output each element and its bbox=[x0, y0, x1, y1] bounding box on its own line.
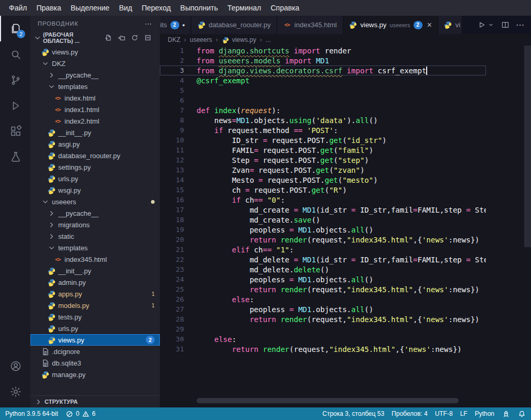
line-number[interactable]: 24 bbox=[160, 275, 184, 283]
line-number[interactable]: 20 bbox=[160, 236, 184, 244]
code-line[interactable]: 8 news=MD1.objects.using('daata').all() bbox=[160, 115, 486, 125]
code-line[interactable]: 24 peopless = MD1.objects.all() bbox=[160, 274, 486, 284]
code-line[interactable]: 29 bbox=[160, 324, 486, 334]
minimap[interactable] bbox=[486, 47, 524, 79]
status-python-interpreter[interactable]: Python 3.9.5 64-bit bbox=[5, 410, 58, 417]
line-number[interactable]: 27 bbox=[160, 305, 184, 313]
code-line[interactable]: 21 elif ch== "1": bbox=[160, 245, 486, 255]
line-number[interactable]: 13 bbox=[160, 166, 184, 174]
tree-item[interactable]: views.py2 bbox=[30, 334, 160, 346]
explorer-icon[interactable]: 2 bbox=[0, 16, 30, 41]
status-problems[interactable]: 06 bbox=[66, 410, 95, 418]
code-line[interactable]: 10 ID_str = request.POST.get("id_str") bbox=[160, 135, 486, 145]
breadcrumb-item[interactable]: useeers bbox=[190, 36, 212, 43]
tree-item[interactable]: static bbox=[30, 230, 160, 242]
tree-item[interactable]: <>index.html bbox=[30, 92, 160, 104]
status-cursor-position[interactable]: Строка 3, столбец 53 bbox=[322, 410, 384, 417]
search-icon[interactable] bbox=[0, 41, 30, 67]
line-number[interactable]: 16 bbox=[160, 196, 184, 204]
tree-item[interactable]: .dcignore bbox=[30, 346, 160, 357]
code-line[interactable]: 13 Zvan= request.POST.get("zvan") bbox=[160, 165, 486, 175]
outline-section-header[interactable]: СТРУКТУРА bbox=[30, 395, 160, 407]
code-line[interactable]: 28 return render(request,"index345.html"… bbox=[160, 314, 486, 324]
tree-item[interactable]: urls.py bbox=[30, 173, 160, 184]
menu-item[interactable]: Терминал bbox=[223, 2, 266, 14]
tree-item[interactable]: views.py bbox=[30, 46, 160, 58]
breadcrumb-item[interactable]: views.py bbox=[222, 36, 256, 44]
status-encoding[interactable]: UTF-8 bbox=[435, 410, 453, 417]
settings-icon[interactable] bbox=[0, 379, 30, 404]
menu-item[interactable]: Справка bbox=[266, 2, 304, 14]
tree-item[interactable]: DKZ bbox=[30, 58, 160, 69]
tab-iiits[interactable]: iiits2● bbox=[160, 16, 191, 34]
tree-item[interactable]: urls.py bbox=[30, 323, 160, 334]
tree-item[interactable]: wsgi.py bbox=[30, 184, 160, 196]
tree-item[interactable]: tests.py bbox=[30, 311, 160, 323]
menu-item[interactable]: Выполнить bbox=[176, 2, 223, 14]
line-number[interactable]: 12 bbox=[160, 156, 184, 164]
line-number[interactable]: 11 bbox=[160, 146, 184, 154]
tree-item[interactable]: __pycache__ bbox=[30, 69, 160, 81]
breadcrumb-item[interactable]: ... bbox=[266, 36, 271, 43]
tree-item[interactable]: templates bbox=[30, 81, 160, 92]
code-line[interactable]: 22 md_delete = MD1(id_str = ID_str,famil… bbox=[160, 255, 486, 264]
code-line[interactable]: 11 FAMIL= request.POST.get("famil") bbox=[160, 145, 486, 155]
line-number[interactable]: 8 bbox=[160, 116, 184, 124]
tree-item[interactable]: __init__.py bbox=[30, 127, 160, 138]
line-number[interactable]: 3 bbox=[160, 67, 184, 74]
code-line[interactable]: 18 md_create.save() bbox=[160, 215, 486, 225]
code-line[interactable]: 25 return render(request,"index345.html"… bbox=[160, 284, 486, 294]
line-number[interactable]: 21 bbox=[160, 246, 184, 253]
chevron-down-icon[interactable] bbox=[486, 21, 495, 29]
tree-item[interactable]: models.py1 bbox=[30, 300, 160, 311]
line-number[interactable]: 15 bbox=[160, 186, 184, 194]
line-number[interactable]: 7 bbox=[160, 106, 184, 114]
code-line[interactable]: 5 bbox=[160, 85, 486, 95]
code-line[interactable]: 20 return render(request,"index345.html"… bbox=[160, 235, 486, 245]
tree-item[interactable]: templates bbox=[30, 242, 160, 253]
collapse-all-icon[interactable] bbox=[144, 34, 152, 42]
line-number[interactable]: 26 bbox=[160, 295, 184, 303]
line-number[interactable]: 6 bbox=[160, 96, 184, 104]
menu-item[interactable]: Файл bbox=[4, 2, 31, 14]
status-eol[interactable]: LF bbox=[460, 410, 468, 417]
tree-item[interactable]: migrations bbox=[30, 219, 160, 230]
tree-item[interactable]: db.sqlite3 bbox=[30, 357, 160, 369]
status-language-mode[interactable]: Python bbox=[475, 410, 494, 417]
code-line[interactable]: 2from useeers.models import MD1 bbox=[160, 56, 486, 65]
line-number[interactable]: 17 bbox=[160, 206, 184, 214]
breadcrumb-item[interactable]: DKZ bbox=[168, 36, 180, 43]
tree-item[interactable]: useeers bbox=[30, 196, 160, 207]
line-number[interactable]: 23 bbox=[160, 266, 184, 273]
code-line[interactable]: 4@csrf_exempt bbox=[160, 75, 486, 85]
tab-views-py[interactable]: views.pyuseeers2× bbox=[343, 16, 438, 34]
status-indentation[interactable]: Пробелов: 4 bbox=[392, 410, 428, 417]
code-line[interactable]: 12 Step = request.POST.get("step") bbox=[160, 155, 486, 165]
line-number[interactable]: 18 bbox=[160, 216, 184, 224]
close-icon[interactable]: × bbox=[427, 21, 432, 29]
line-number[interactable]: 1 bbox=[160, 47, 184, 54]
line-number[interactable]: 29 bbox=[160, 325, 184, 333]
line-number[interactable]: 4 bbox=[160, 76, 184, 84]
code-line[interactable]: 19 peopless = MD1.objects.all() bbox=[160, 225, 486, 235]
more-actions-icon[interactable]: ⋯ bbox=[516, 20, 525, 30]
refresh-icon[interactable] bbox=[131, 34, 139, 42]
code-line[interactable]: 9 if request.method == 'POST': bbox=[160, 125, 486, 135]
code-line[interactable]: 30 else: bbox=[160, 334, 486, 344]
tree-item[interactable]: <>index1.html bbox=[30, 104, 160, 115]
line-number[interactable]: 22 bbox=[160, 256, 184, 263]
tree-item[interactable]: admin.py bbox=[30, 277, 160, 288]
line-number[interactable]: 14 bbox=[160, 176, 184, 184]
line-number[interactable]: 31 bbox=[160, 345, 184, 353]
tree-item[interactable]: <>index345.html bbox=[30, 253, 160, 265]
code-line[interactable]: 14 Mesto = request.POST.get("mesto") bbox=[160, 175, 486, 185]
testing-icon[interactable] bbox=[0, 144, 30, 170]
more-actions-icon[interactable]: ⋯ bbox=[145, 19, 153, 28]
account-icon[interactable] bbox=[0, 353, 30, 379]
code-line[interactable]: 1from django.shortcuts import render bbox=[160, 46, 486, 56]
tree-item[interactable]: __init__.py bbox=[30, 265, 160, 277]
tab-vi[interactable]: vi bbox=[438, 16, 462, 34]
status-notifications[interactable] bbox=[517, 410, 526, 418]
tree-item[interactable]: manage.py bbox=[30, 369, 160, 380]
line-number[interactable]: 10 bbox=[160, 136, 184, 144]
